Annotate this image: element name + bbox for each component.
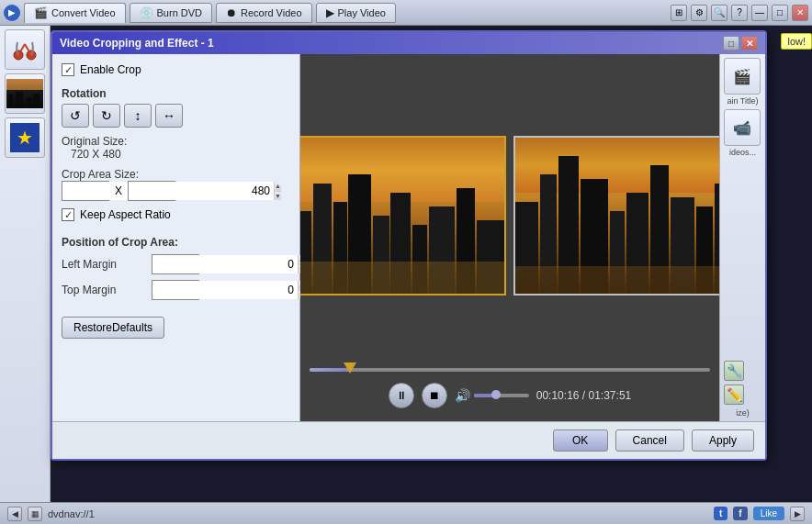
- original-size-section: Original Size: 720 X 480: [62, 135, 290, 161]
- time-current: 00:10:16: [536, 389, 580, 402]
- nav-menu-button[interactable]: ▦: [28, 507, 42, 521]
- inner-green-btn[interactable]: 🔧: [724, 361, 744, 381]
- tab-play-video[interactable]: ▶ Play Video: [316, 3, 396, 23]
- sidebar-item-scissors[interactable]: [5, 29, 45, 70]
- nav-prev-button[interactable]: ◀: [7, 507, 22, 521]
- playback-controls: ⏸ ⏹ 🔊 00:10:16: [310, 359, 710, 412]
- keep-aspect-label: Keep Aspect Ratio: [80, 208, 171, 221]
- sidebar-item-effects[interactable]: ★: [5, 117, 45, 158]
- dialog-video-crop: Video Cropping and Effect - 1 □ ✕ Enable…: [51, 30, 767, 461]
- statusbar: ◀ ▦ dvdnav://1 t f Like ▶: [0, 502, 812, 524]
- progress-bar-container[interactable]: [310, 362, 710, 377]
- crop-height-down[interactable]: ▼: [275, 192, 281, 201]
- volume-track[interactable]: [474, 394, 529, 397]
- enable-crop-checkbox[interactable]: [62, 63, 74, 76]
- left-margin-label: Left Margin: [62, 258, 144, 271]
- original-size-label: Original Size:: [62, 135, 290, 148]
- help-icon[interactable]: ?: [731, 5, 748, 21]
- enable-crop-row: Enable Crop: [62, 63, 290, 76]
- inner-right-panel: 🎬 ain Title) 📹 ideos... 🔧 ✏️ ize): [719, 54, 765, 421]
- video-frame-after: [513, 136, 719, 295]
- taskbar: ▶ 🎬 Convert Video 💿 Burn DVD ⏺ Record Vi…: [0, 0, 812, 26]
- play-icon: ▶: [326, 6, 334, 19]
- original-size-value: 720 X 480: [62, 148, 290, 161]
- crop-size-row: ▲ ▼ X ▲ ▼: [62, 181, 290, 201]
- progress-track[interactable]: [310, 368, 710, 372]
- time-total: 01:37:51: [589, 389, 632, 402]
- pause-button[interactable]: ⏸: [389, 383, 414, 408]
- dialog-title-text: Video Cropping and Effect - 1: [60, 37, 214, 50]
- enable-crop-label: Enable Crop: [80, 63, 141, 76]
- volume-icon: 🔊: [455, 388, 470, 403]
- minimize-icon[interactable]: —: [751, 5, 768, 21]
- crop-height-input[interactable]: [129, 182, 274, 200]
- rotate-cw-button[interactable]: ↻: [93, 104, 120, 128]
- time-separator: /: [582, 389, 585, 402]
- tooltip-low: low!: [781, 33, 812, 50]
- facebook-button[interactable]: f: [733, 507, 747, 520]
- grid-icon[interactable]: ⊞: [671, 5, 687, 21]
- dialog-titlebar: Video Cropping and Effect - 1 □ ✕: [52, 32, 765, 54]
- tab-record-video[interactable]: ⏺ Record Video: [216, 3, 311, 23]
- rotation-section: Rotation ↺ ↻ ↕ ↔: [62, 84, 290, 128]
- window-controls: ⊞ ⚙ 🔍 ? — □ ✕: [671, 5, 808, 21]
- twitter-button[interactable]: t: [714, 507, 727, 520]
- crop-width-spinbox[interactable]: ▲ ▼: [62, 181, 109, 201]
- top-margin-input[interactable]: [152, 281, 298, 299]
- flip-vertical-button[interactable]: ↕: [124, 104, 152, 128]
- inner-label-1: 🎬 ain Title): [724, 58, 761, 106]
- dialog-restore-btn[interactable]: □: [723, 36, 739, 50]
- burn-icon: 💿: [140, 6, 153, 19]
- record-icon: ⏺: [226, 6, 237, 19]
- like-button[interactable]: Like: [753, 507, 784, 520]
- left-margin-input[interactable]: [152, 255, 298, 273]
- maximize-icon[interactable]: □: [772, 5, 788, 21]
- dialog-close-btn[interactable]: ✕: [741, 36, 758, 50]
- stop-button[interactable]: ⏹: [422, 383, 447, 408]
- flip-horizontal-button[interactable]: ↔: [155, 104, 183, 128]
- statusbar-right: t f Like ▶: [714, 507, 805, 521]
- left-margin-spinbox[interactable]: ▲ ▼: [152, 254, 199, 274]
- top-margin-row: Top Margin ▲ ▼: [62, 280, 290, 300]
- tab-burn-dvd[interactable]: 💿 Burn DVD: [130, 3, 213, 23]
- volume-slider: 🔊: [455, 388, 529, 403]
- convert-icon: 🎬: [34, 6, 48, 19]
- restore-defaults-button[interactable]: RestoreDefaults: [62, 317, 164, 339]
- inner-thumb-2[interactable]: 📹: [724, 109, 761, 146]
- crop-height-spinbox[interactable]: ▲ ▼: [128, 181, 175, 201]
- video-thumbnail-before: [300, 138, 504, 294]
- inner-thumb-1[interactable]: 🎬: [724, 58, 761, 95]
- dialog-title-buttons: □ ✕: [723, 36, 758, 50]
- volume-thumb: [491, 390, 501, 399]
- preview-area: ⏸ ⏹ 🔊 00:10:16: [300, 54, 719, 421]
- inner-controls: 🔧 ✏️ ize): [724, 361, 761, 418]
- keep-aspect-checkbox[interactable]: [62, 208, 74, 221]
- cancel-button[interactable]: Cancel: [615, 429, 684, 452]
- settings-icon[interactable]: ⚙: [691, 5, 707, 21]
- keep-aspect-row: Keep Aspect Ratio: [62, 208, 290, 221]
- video-thumbnail-after: [515, 138, 719, 294]
- crop-height-arrows: ▲ ▼: [274, 182, 281, 200]
- dialog-footer: OK Cancel Apply: [52, 421, 765, 459]
- tab-convert-video[interactable]: 🎬 Convert Video: [24, 3, 126, 23]
- top-margin-spinbox[interactable]: ▲ ▼: [152, 280, 199, 300]
- apply-button[interactable]: Apply: [692, 429, 754, 452]
- star-icon: ★: [10, 123, 39, 152]
- nav-next-button[interactable]: ▶: [790, 507, 805, 521]
- search-icon[interactable]: 🔍: [711, 5, 727, 21]
- sidebar-item-video-thumb[interactable]: [5, 73, 45, 114]
- rotation-buttons: ↺ ↻ ↕ ↔: [62, 104, 290, 128]
- crop-area-section: Crop Area Size: ▲ ▼ X: [62, 168, 290, 201]
- position-label: Position of Crop Area:: [62, 236, 290, 249]
- crop-area-label: Crop Area Size:: [62, 168, 290, 181]
- left-margin-row: Left Margin ▲ ▼: [62, 254, 290, 274]
- rotate-ccw-button[interactable]: ↺: [62, 104, 89, 128]
- close-icon[interactable]: ✕: [792, 5, 808, 21]
- progress-thumb: [344, 362, 356, 373]
- ok-button[interactable]: OK: [553, 429, 608, 452]
- inner-tool-btn[interactable]: ✏️: [724, 385, 744, 405]
- statusbar-path: dvdnav://1: [48, 508, 95, 519]
- dialog-body: Enable Crop Rotation ↺ ↻ ↕ ↔ Original Si…: [52, 54, 765, 421]
- crop-height-up[interactable]: ▲: [275, 182, 281, 192]
- size-label: ize): [724, 408, 761, 418]
